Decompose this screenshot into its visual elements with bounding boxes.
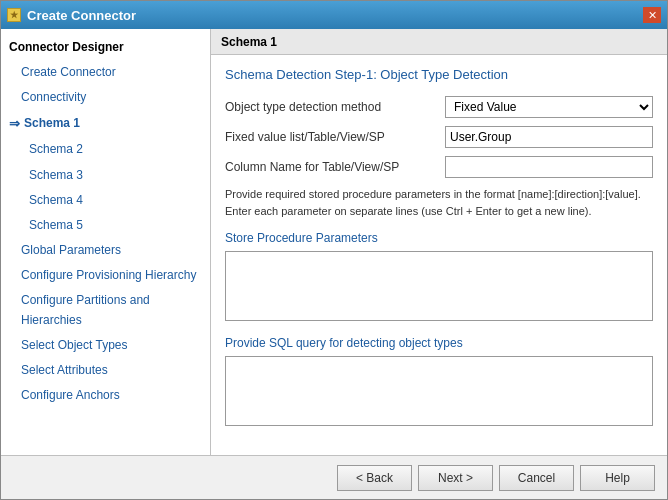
column-name-row: Column Name for Table/View/SP bbox=[225, 156, 653, 178]
schema1-label: Schema 1 bbox=[24, 114, 80, 133]
sidebar: Connector Designer Create Connector Conn… bbox=[1, 29, 211, 455]
fixed-value-row: Fixed value list/Table/View/SP bbox=[225, 126, 653, 148]
sql-query-title: Provide SQL query for detecting object t… bbox=[225, 336, 653, 350]
title-bar: ★ Create Connector ✕ bbox=[1, 1, 667, 29]
sidebar-item-schema4[interactable]: Schema 4 bbox=[1, 188, 210, 213]
store-proc-title: Store Procedure Parameters bbox=[225, 231, 653, 245]
sidebar-header: Connector Designer bbox=[1, 35, 210, 60]
store-proc-textarea[interactable] bbox=[225, 251, 653, 321]
sidebar-item-configure-provisioning[interactable]: Configure Provisioning Hierarchy bbox=[1, 263, 210, 288]
sidebar-item-configure-partitions[interactable]: Configure Partitions and Hierarchies bbox=[1, 288, 210, 332]
footer: < Back Next > Cancel Help bbox=[1, 455, 667, 499]
close-button[interactable]: ✕ bbox=[643, 7, 661, 23]
fixed-value-label: Fixed value list/Table/View/SP bbox=[225, 130, 445, 144]
title-bar-left: ★ Create Connector bbox=[7, 8, 136, 23]
fixed-value-input[interactable] bbox=[445, 126, 653, 148]
main-header: Schema 1 bbox=[211, 29, 667, 55]
sidebar-item-global-parameters[interactable]: Global Parameters bbox=[1, 238, 210, 263]
app-icon: ★ bbox=[7, 8, 21, 22]
main-window: ★ Create Connector ✕ Connector Designer … bbox=[0, 0, 668, 500]
detection-method-label: Object type detection method bbox=[225, 100, 445, 114]
next-button[interactable]: Next > bbox=[418, 465, 493, 491]
back-button[interactable]: < Back bbox=[337, 465, 412, 491]
title-bar-controls: ✕ bbox=[643, 7, 661, 23]
section-title: Schema Detection Step-1: Object Type Det… bbox=[225, 67, 653, 82]
sidebar-item-connectivity[interactable]: Connectivity bbox=[1, 85, 210, 110]
window-title: Create Connector bbox=[27, 8, 136, 23]
main-header-text: Schema 1 bbox=[221, 35, 277, 49]
column-name-label: Column Name for Table/View/SP bbox=[225, 160, 445, 174]
sidebar-item-configure-anchors[interactable]: Configure Anchors bbox=[1, 383, 210, 408]
arrow-icon: ⇒ bbox=[9, 114, 20, 135]
info-text: Provide required stored procedure parame… bbox=[225, 186, 653, 219]
sidebar-item-schema3[interactable]: Schema 3 bbox=[1, 163, 210, 188]
sidebar-item-select-attributes[interactable]: Select Attributes bbox=[1, 358, 210, 383]
column-name-input[interactable] bbox=[445, 156, 653, 178]
cancel-button[interactable]: Cancel bbox=[499, 465, 574, 491]
sidebar-item-select-object-types[interactable]: Select Object Types bbox=[1, 333, 210, 358]
detection-method-dropdown[interactable]: Fixed Value bbox=[445, 96, 653, 118]
sql-query-textarea[interactable] bbox=[225, 356, 653, 426]
sidebar-item-schema5[interactable]: Schema 5 bbox=[1, 213, 210, 238]
sidebar-item-schema1[interactable]: ⇒ Schema 1 bbox=[1, 111, 210, 138]
help-button[interactable]: Help bbox=[580, 465, 655, 491]
main-content: Schema Detection Step-1: Object Type Det… bbox=[211, 55, 667, 455]
main-area: Schema 1 Schema Detection Step-1: Object… bbox=[211, 29, 667, 455]
content-area: Connector Designer Create Connector Conn… bbox=[1, 29, 667, 455]
sidebar-item-create-connector[interactable]: Create Connector bbox=[1, 60, 210, 85]
detection-method-row: Object type detection method Fixed Value bbox=[225, 96, 653, 118]
fixed-value-control bbox=[445, 126, 653, 148]
detection-method-control: Fixed Value bbox=[445, 96, 653, 118]
sidebar-item-schema2[interactable]: Schema 2 bbox=[1, 137, 210, 162]
column-name-control bbox=[445, 156, 653, 178]
